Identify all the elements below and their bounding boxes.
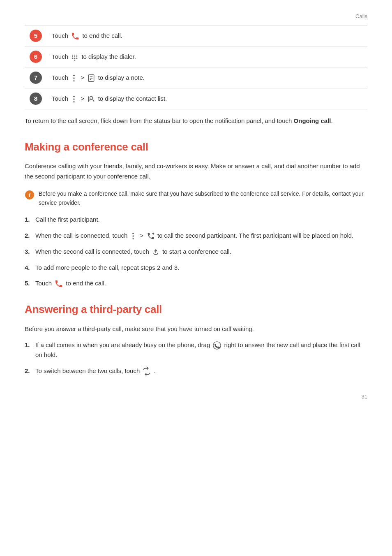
svg-point-25 bbox=[133, 236, 134, 237]
step-text: If a call comes in when you are already … bbox=[35, 340, 367, 361]
svg-point-3 bbox=[72, 56, 74, 58]
row-7-after: to display a note. bbox=[98, 74, 145, 81]
step-2-2: 2. To switch between the two calls, touc… bbox=[25, 366, 367, 376]
row-8-after: to display the contact list. bbox=[98, 95, 167, 102]
step-text: To add more people to the call, repeat s… bbox=[35, 263, 179, 273]
page: Calls 5 Touch to end the call. 6 bbox=[0, 0, 392, 418]
step-badge-6: 6 bbox=[30, 51, 42, 63]
info-text: Before you make a conference call, make … bbox=[39, 189, 367, 208]
return-text-para: To return to the call screen, flick down… bbox=[25, 116, 367, 126]
svg-point-4 bbox=[74, 56, 76, 58]
menu-icon-s2 bbox=[130, 232, 136, 240]
step-num: 2. bbox=[25, 231, 33, 241]
svg-point-17 bbox=[74, 95, 75, 97]
step-text: When the call is connected, touch > to c… bbox=[35, 231, 353, 241]
svg-point-26 bbox=[133, 238, 134, 239]
svg-point-1 bbox=[74, 55, 76, 56]
svg-point-2 bbox=[76, 55, 78, 56]
section2-title: Answering a third-party call bbox=[25, 301, 367, 318]
page-number: 31 bbox=[25, 393, 367, 401]
badge-cell: 7 bbox=[25, 67, 47, 88]
header-label: Calls bbox=[355, 13, 367, 19]
table-row: 7 Touch > bbox=[25, 67, 367, 88]
return-text: To return to the call screen, flick down… bbox=[25, 117, 294, 124]
step-1-1: 1. Call the first participant. bbox=[25, 215, 367, 225]
svg-point-11 bbox=[74, 77, 75, 79]
end-call-icon-s5 bbox=[54, 279, 63, 288]
svg-point-20 bbox=[90, 96, 93, 99]
dialer-icon bbox=[71, 53, 79, 61]
row-6-text: Touch to display the bbox=[47, 46, 367, 67]
table-row: 6 Touch bbox=[25, 46, 367, 67]
badge-cell: 5 bbox=[25, 25, 47, 46]
step-badge-7: 7 bbox=[30, 72, 42, 84]
step-1-2: 2. When the call is connected, touch > t… bbox=[25, 231, 367, 241]
row-7-text: Touch > t bbox=[47, 67, 367, 88]
merge-icon bbox=[152, 248, 160, 256]
badge-cell: 6 bbox=[25, 46, 47, 67]
step-1-4: 4. To add more people to the call, repea… bbox=[25, 263, 367, 273]
step-num: 1. bbox=[25, 215, 33, 225]
switch-icon bbox=[142, 367, 151, 376]
arrow-s2: > bbox=[140, 232, 145, 239]
page-header: Calls bbox=[25, 12, 367, 21]
right-text: right bbox=[224, 341, 238, 348]
step-num: 5. bbox=[25, 278, 33, 288]
section2-intro: Before you answer a third-party call, ma… bbox=[25, 324, 367, 334]
row-5-after: to end the call. bbox=[82, 32, 122, 39]
contact-icon bbox=[87, 95, 95, 103]
step-badge-5: 5 bbox=[30, 30, 42, 42]
info-icon: i bbox=[25, 190, 35, 203]
return-text-end: . bbox=[331, 117, 332, 124]
row-8-text: Touch > to display the bbox=[47, 88, 367, 109]
step-num: 4. bbox=[25, 263, 33, 273]
info-box: i Before you make a conference call, mak… bbox=[25, 189, 367, 208]
svg-point-12 bbox=[74, 80, 75, 81]
svg-point-19 bbox=[74, 101, 75, 102]
ongoing-call-text: Ongoing call bbox=[294, 117, 331, 124]
step-1-5: 5. Touch to end the call. bbox=[25, 278, 367, 289]
step-badge-8: 8 bbox=[30, 93, 42, 105]
end-call-icon bbox=[71, 32, 80, 41]
svg-point-6 bbox=[72, 58, 74, 59]
section1-title: Making a conference call bbox=[25, 139, 367, 156]
svg-point-7 bbox=[74, 58, 76, 59]
svg-point-0 bbox=[72, 55, 74, 56]
touch-label: Touch bbox=[52, 32, 70, 39]
step-text: When the second call is connected, touch… bbox=[35, 247, 231, 257]
note-icon bbox=[87, 74, 95, 82]
menu-icon-8 bbox=[71, 95, 77, 103]
arrow-7: > bbox=[81, 74, 85, 81]
step-text: Call the first participant. bbox=[35, 215, 100, 225]
step-text: Touch to end the call. bbox=[35, 278, 106, 289]
table-row: 5 Touch to end the call. bbox=[25, 25, 367, 46]
step-1-3: 3. When the second call is connected, to… bbox=[25, 247, 367, 257]
row-5-text: Touch to end the call. bbox=[47, 25, 367, 46]
step-2-1: 1. If a call comes in when you are alrea… bbox=[25, 340, 367, 361]
menu-icon-7 bbox=[71, 74, 77, 82]
svg-point-8 bbox=[76, 58, 78, 59]
touch-label: Touch bbox=[52, 53, 70, 60]
table-row: 8 Touch > bbox=[25, 88, 367, 109]
arrow-8: > bbox=[81, 95, 85, 102]
svg-point-5 bbox=[76, 56, 78, 58]
row-6-after: to display the dialer. bbox=[81, 53, 136, 60]
step-num: 3. bbox=[25, 247, 33, 257]
touch-label: Touch bbox=[52, 74, 70, 81]
svg-point-9 bbox=[74, 60, 76, 61]
touch-label: Touch bbox=[52, 95, 70, 102]
svg-text:i: i bbox=[29, 192, 30, 198]
steps-table: 5 Touch to end the call. 6 Touch bbox=[25, 25, 367, 109]
step-text: To switch between the two calls, touch . bbox=[35, 366, 156, 376]
step-num: 2. bbox=[25, 366, 33, 376]
section1-intro: Conference calling with your friends, fa… bbox=[25, 161, 367, 182]
badge-cell: 8 bbox=[25, 88, 47, 109]
svg-point-24 bbox=[133, 233, 134, 234]
svg-point-18 bbox=[74, 98, 75, 100]
add-call-icon bbox=[147, 232, 155, 240]
answer-icon bbox=[212, 341, 221, 350]
svg-rect-21 bbox=[88, 96, 89, 101]
svg-point-10 bbox=[74, 74, 75, 76]
step-num: 1. bbox=[25, 340, 33, 350]
